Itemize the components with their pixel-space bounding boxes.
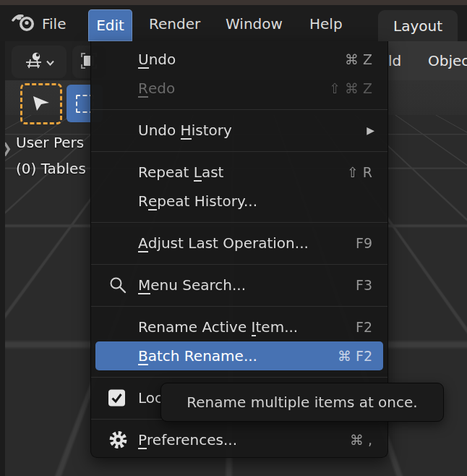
- lock-object-modes-checkbox[interactable]: [108, 390, 125, 407]
- topbar: File Edit Render Window Help Layout: [0, 0, 467, 41]
- menu-separator: [91, 258, 387, 271]
- menu-item-preferences[interactable]: Preferences... ⌘ ,: [95, 425, 383, 454]
- menu-item-label: Adjust Last Operation...: [138, 234, 309, 252]
- menubar-item-render[interactable]: Render: [149, 15, 200, 33]
- tab-layout[interactable]: Layout: [378, 10, 458, 41]
- menu-separator: [91, 370, 387, 383]
- menu-item-label: Menu Search...: [138, 276, 246, 294]
- blender-window: ld Objec: [0, 0, 467, 476]
- window-top-strip: [0, 0, 467, 5]
- menu-separator: [91, 216, 387, 229]
- tweak-tool-button[interactable]: [20, 83, 62, 124]
- chevron-down-icon: [46, 55, 54, 69]
- menubar-item-window[interactable]: Window: [226, 15, 283, 33]
- menu-item-label: Rename Active Item...: [138, 318, 298, 336]
- menu-item-shortcut: ⌘ F2: [338, 348, 372, 364]
- cursor-arrow-icon: [30, 92, 52, 116]
- menu-item-undo-history[interactable]: Undo History ▶: [95, 116, 383, 145]
- search-icon: [108, 276, 127, 294]
- menu-item-repeat-last[interactable]: Repeat Last ⇧ R: [95, 158, 383, 187]
- menu-item-redo: Redo ⇧ ⌘ Z: [95, 74, 383, 103]
- menu-item-shortcut: ⌘ ,: [350, 432, 372, 448]
- tooltip: Rename multiple items at once.: [160, 383, 444, 422]
- menu-item-shortcut: ⌘ Z: [345, 51, 372, 67]
- window-edge-gutter: [0, 41, 5, 476]
- gear-icon: [108, 430, 128, 450]
- editor-type-icon: [24, 51, 43, 73]
- menu-item-undo[interactable]: Undo ⌘ Z: [95, 45, 383, 74]
- editor-type-button[interactable]: [12, 46, 67, 78]
- menu-separator: [91, 145, 387, 158]
- tooltip-text: Rename multiple items at once.: [187, 394, 417, 411]
- menu-item-repeat-history[interactable]: Repeat History...: [95, 187, 383, 216]
- menubar-item-help[interactable]: Help: [309, 15, 343, 33]
- menu-item-adjust-last-operation[interactable]: Adjust Last Operation... F9: [95, 229, 383, 258]
- menu-item-label: Redo: [138, 80, 175, 98]
- menu-item-shortcut: ⇧ R: [347, 164, 372, 180]
- menu-separator: [91, 103, 387, 116]
- view-perspective-label: User Pers: [16, 134, 84, 151]
- menu-item-label: Undo: [138, 51, 176, 69]
- menu-item-shortcut: F9: [356, 235, 372, 251]
- menubar-item-edit[interactable]: Edit: [88, 9, 132, 41]
- submenu-arrow-icon: ▶: [367, 124, 374, 136]
- menubar-item-add-partial[interactable]: ld: [388, 52, 401, 69]
- menu-item-label: Batch Rename...: [138, 347, 257, 365]
- menu-item-label: Undo History: [138, 122, 232, 140]
- menu-separator: [91, 299, 387, 313]
- menu-item-shortcut: F3: [356, 277, 372, 293]
- checkmark-icon: [111, 392, 123, 404]
- menu-item-batch-rename[interactable]: Batch Rename... ⌘ F2: [95, 341, 383, 370]
- menu-item-shortcut: ⇧ ⌘ Z: [329, 80, 372, 96]
- menu-item-rename-active-item[interactable]: Rename Active Item... F2: [95, 313, 383, 341]
- menu-item-menu-search[interactable]: Menu Search... F3: [95, 271, 383, 299]
- menu-item-label: Repeat Last: [138, 163, 223, 182]
- collection-label: (0) Tables: [16, 160, 86, 177]
- menu-item-label: Loc: [138, 389, 163, 407]
- menu-item-label: Repeat History...: [138, 192, 257, 211]
- blender-logo-icon[interactable]: [12, 12, 38, 36]
- menubar-item-object-partial[interactable]: Objec: [428, 52, 467, 69]
- menubar-item-file[interactable]: File: [42, 15, 66, 33]
- menu-item-label: Preferences...: [138, 431, 237, 449]
- menu-item-shortcut: F2: [356, 319, 372, 335]
